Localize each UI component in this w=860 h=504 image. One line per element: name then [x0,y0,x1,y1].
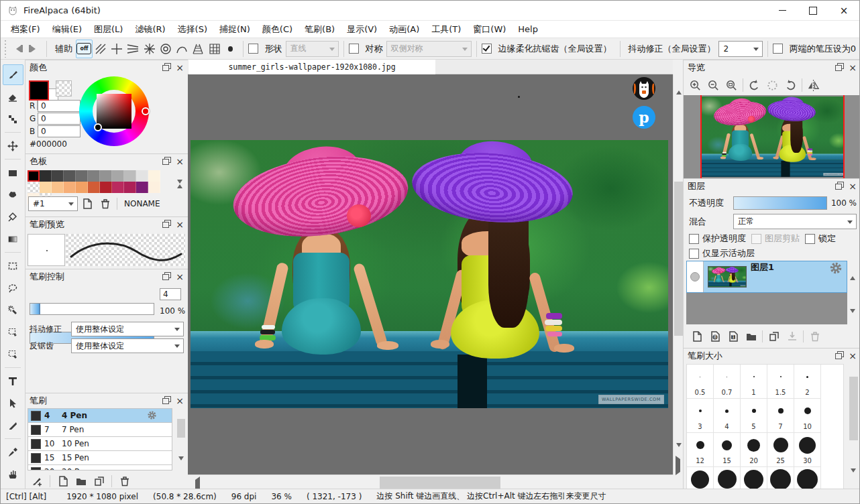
palette-swatch[interactable] [28,170,40,182]
symmetry-checkbox[interactable] [349,44,359,54]
layer-scroll-up[interactable] [850,263,855,276]
palette-swatch[interactable] [112,182,124,193]
layer-item[interactable]: WALLPAPERSWIDE.COM 图层1 [686,261,847,293]
float-panel-icon[interactable] [162,398,169,404]
rotate-reset-icon[interactable] [763,76,782,94]
layer-settings-gear-icon[interactable] [829,261,843,292]
snap-radial-icon[interactable] [141,40,157,58]
float-panel-icon[interactable] [162,274,169,280]
brush-size-cell[interactable] [767,467,794,490]
brush-size-cell[interactable]: 0.5 [687,365,714,399]
snap-grid-icon[interactable] [207,40,223,58]
layer-scroll-down[interactable] [850,313,855,326]
zoom-fit-icon[interactable] [722,76,741,94]
maximize-button[interactable] [798,1,828,21]
select-eraser-tool[interactable] [3,344,23,365]
toolbar-grip[interactable] [3,40,7,58]
palette-swatch[interactable] [124,170,136,182]
merge-down-icon[interactable] [783,328,801,345]
close-panel-icon[interactable]: × [176,220,184,229]
show-active-checkbox[interactable] [689,249,699,259]
menu-item[interactable]: 颜色(C) [256,21,299,38]
delete-brush-icon[interactable] [115,472,133,490]
brush-size-cell[interactable]: 25 [767,433,794,467]
color-wheel[interactable] [79,76,149,146]
brush-size-cell[interactable]: 1.5 [767,365,794,399]
brush-antialias-select[interactable]: 使用整体设定 [71,338,184,353]
close-panel-icon[interactable]: × [849,182,857,191]
magic-wand-tool[interactable] [3,300,23,320]
palette-swatch[interactable] [64,182,76,193]
new-8bit-layer-icon[interactable]: 8 [706,328,724,345]
zoom-in-icon[interactable] [686,76,704,94]
shape-checkbox[interactable] [248,44,258,54]
layer-opacity-slider[interactable] [733,196,827,210]
palette-swatch[interactable] [64,170,76,182]
snap-curve-icon[interactable] [174,40,190,58]
palette-swatch[interactable] [136,170,148,182]
close-panel-icon[interactable]: × [176,272,184,281]
menu-item[interactable]: 笔刷(B) [299,21,341,38]
brush-size-cell[interactable]: 12 [687,433,714,467]
eyedropper-tool[interactable] [3,442,23,462]
snap-point-icon[interactable] [228,46,233,52]
menu-item[interactable]: 滤镜(R) [129,21,171,38]
antialias-checkbox[interactable] [482,44,492,54]
palette-swatch[interactable] [88,182,100,193]
snap-crisscross-icon[interactable] [109,40,125,58]
menu-item[interactable]: 动画(A) [383,21,425,38]
float-panel-icon[interactable] [162,159,169,165]
zoom-out-icon[interactable] [704,76,722,94]
snap-off-button[interactable]: off [76,40,92,58]
brush-size-cell[interactable]: 70 [741,467,767,490]
blue-field[interactable]: 0 [38,125,80,137]
palette-swatch[interactable] [52,182,64,193]
menu-item[interactable]: 捕捉(N) [213,21,256,38]
float-panel-icon[interactable] [835,353,842,359]
brush-size-value[interactable]: 4 [160,288,181,300]
stabilizer-select[interactable]: 2 [718,41,762,57]
sv-square[interactable] [97,94,131,129]
palette-swatch[interactable] [100,170,112,182]
snap-parallel-icon[interactable] [93,40,109,58]
palette-swatch[interactable] [76,182,88,193]
brush-folder-icon[interactable] [72,472,90,490]
brush-size-cell[interactable]: 50 [714,467,741,490]
close-button[interactable]: × [828,1,859,21]
gradient-tool[interactable] [3,229,23,249]
lasso-tool[interactable] [3,277,23,298]
close-panel-icon[interactable]: × [176,63,184,72]
menu-item[interactable]: Help [512,21,544,38]
new-layer-icon[interactable] [688,328,706,345]
palette-swatch[interactable] [148,170,160,182]
palette-swatch[interactable] [52,170,64,182]
pressure-checkbox[interactable] [773,44,783,54]
palette-scroll-down[interactable] [177,184,182,196]
select-pen-tool[interactable] [3,322,23,342]
menu-item[interactable]: 档案(F) [5,21,46,38]
menu-item[interactable]: 工具(T) [425,21,467,38]
palette-swatch[interactable] [76,170,88,182]
close-panel-icon[interactable]: × [849,63,857,72]
duplicate-brush-icon[interactable] [90,472,108,490]
brush-scroll-down[interactable] [178,460,184,473]
float-panel-icon[interactable] [835,65,842,71]
brush-stabilizer-select[interactable]: 使用整体设定 [71,322,184,336]
brush-tool[interactable] [3,64,23,85]
navigator-thumbnail[interactable]: WALLPAPERSWIDE.COM [684,95,860,178]
canvas-hscrollbar[interactable] [188,475,673,490]
brush-size-cell[interactable]: 0.7 [714,365,741,399]
brush-size-cell[interactable]: 1 [741,365,767,399]
brush-size-cell[interactable]: 3 [687,399,714,433]
operation-tool[interactable] [3,393,23,414]
sv-marker[interactable] [94,123,102,131]
brush-size-cell[interactable]: 20 [741,433,767,467]
brush-item[interactable]: 7 7 Pen [28,423,172,437]
new-brush-icon[interactable] [54,472,72,490]
dot-tool[interactable] [3,109,23,129]
hscroll-thumb[interactable] [380,477,500,489]
add-brush-icon[interactable] [28,472,46,490]
divide-tool[interactable] [3,415,23,436]
flip-horizontal-icon[interactable] [804,76,822,94]
size-scroll-down[interactable] [851,472,856,485]
